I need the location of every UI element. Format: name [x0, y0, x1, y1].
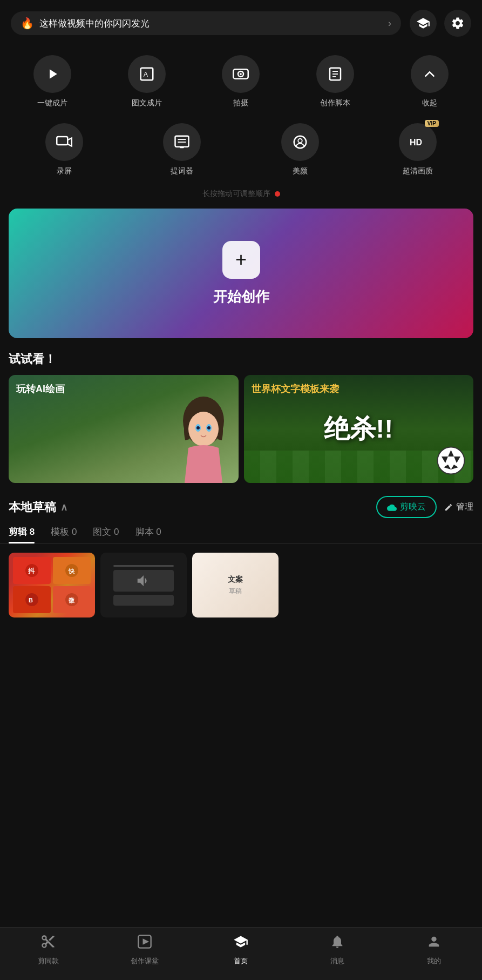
- tool-hd-quality[interactable]: VIP HD 超清画质: [359, 116, 477, 184]
- worldcup-card-bg: 世界杯文字模板来袭 绝杀!!: [244, 375, 474, 483]
- scissors-icon: [40, 934, 56, 953]
- try-cards: 玩转AI绘画 世界: [0, 375, 482, 483]
- bell-icon: [330, 934, 345, 953]
- tool-hd-wrapper: VIP HD: [399, 123, 437, 161]
- svg-point-19: [188, 412, 219, 446]
- draft-tabs: 剪辑 8 模板 0 图文 0 脚本 0: [0, 526, 482, 544]
- tools-row-2: 录屏 提词器: [0, 116, 482, 184]
- try-card-worldcup[interactable]: 世界杯文字模板来袭 绝杀!!: [244, 375, 474, 483]
- drag-hint: 长按拖动可调整顺序: [0, 184, 482, 203]
- tool-beauty-label: 美颜: [293, 166, 308, 176]
- drag-hint-text: 长按拖动可调整顺序: [202, 189, 270, 199]
- create-label: 开始创作: [213, 287, 269, 306]
- nav-item-messages[interactable]: 消息: [289, 934, 386, 969]
- svg-text:HD: HD: [410, 138, 422, 147]
- draft-tab-pictext-label: 图文: [93, 527, 111, 537]
- cloud-btn-label: 剪映云: [400, 501, 426, 513]
- svg-text:A: A: [144, 71, 148, 78]
- svg-rect-13: [180, 147, 185, 149]
- svg-point-15: [298, 139, 302, 143]
- draft-thumb-2[interactable]: [100, 553, 187, 617]
- manage-button[interactable]: 管理: [444, 501, 473, 513]
- tool-one-click[interactable]: 一键成片: [5, 48, 100, 116]
- tool-shoot[interactable]: 拍摄: [194, 48, 288, 116]
- nav-profile-label: 我的: [427, 956, 441, 966]
- draft-tab-clip-label: 剪辑: [9, 527, 27, 537]
- try-card-ai-painting[interactable]: 玩转AI绘画: [9, 375, 239, 483]
- svg-point-22: [196, 426, 200, 429]
- vip-badge: VIP: [425, 120, 439, 127]
- drag-hint-dot: [275, 191, 280, 197]
- play-square-icon: [137, 934, 152, 953]
- manage-btn-label: 管理: [456, 501, 473, 513]
- graduation-icon-btn[interactable]: [410, 10, 437, 37]
- nav-item-clip-style[interactable]: 剪同款: [0, 934, 97, 969]
- tool-teleprompter-icon: [163, 123, 201, 161]
- tool-shoot-icon: [222, 55, 260, 93]
- draft-tab-template-label: 模板: [51, 527, 69, 537]
- svg-rect-9: [57, 137, 67, 145]
- tool-record-screen[interactable]: 录屏: [5, 116, 123, 184]
- top-icons: [410, 10, 471, 37]
- logo-orange: 快: [53, 557, 91, 584]
- ai-painting-label: 玩转AI绘画: [16, 382, 65, 395]
- drafts-chevron-icon[interactable]: ∧: [60, 501, 67, 513]
- banner-arrow: ›: [388, 18, 391, 29]
- drafts-actions: 剪映云 管理: [376, 496, 473, 518]
- draft-thumbnails: 抖 快 B 微 文案 草稿: [0, 544, 482, 626]
- bottom-nav: 剪同款 创作课堂 首页 消息: [0, 927, 482, 980]
- settings-icon-btn[interactable]: [444, 10, 471, 37]
- nav-item-profile[interactable]: 我的: [385, 934, 482, 969]
- drafts-header: 本地草稿 ∧ 剪映云 管理: [0, 483, 482, 526]
- tool-hd-icon: HD: [399, 123, 437, 161]
- tool-record-screen-label: 录屏: [57, 166, 72, 176]
- svg-text:B: B: [29, 597, 33, 603]
- create-banner[interactable]: + 开始创作: [9, 209, 473, 338]
- tool-pic-text[interactable]: A 图文成片: [100, 48, 194, 116]
- cloud-button[interactable]: 剪映云: [376, 496, 437, 518]
- banner-pill[interactable]: 🔥 这样做视频中的你闪闪发光 ›: [11, 11, 401, 35]
- bottom-spacer: [0, 626, 482, 675]
- person-icon: [426, 934, 442, 953]
- svg-text:微: 微: [68, 597, 75, 603]
- nav-clip-style-label: 剪同款: [38, 956, 59, 966]
- tool-pic-text-icon: A: [128, 55, 166, 93]
- draft-tab-template-count: 0: [69, 527, 77, 537]
- tool-one-click-icon: [33, 55, 71, 93]
- worldcup-text: 绝杀!!: [324, 412, 393, 446]
- nav-item-creation-class[interactable]: 创作课堂: [97, 934, 193, 969]
- draft-thumb-3[interactable]: 文案 草稿: [192, 553, 279, 617]
- tool-beauty-wrapper: [281, 123, 319, 161]
- tool-collapse-icon: [411, 55, 449, 93]
- tool-script-icon: [316, 55, 354, 93]
- svg-point-23: [207, 426, 211, 429]
- draft-tab-script-label: 脚本: [135, 527, 154, 537]
- draft-tab-script[interactable]: 脚本 0: [135, 526, 161, 543]
- tool-teleprompter[interactable]: 提词器: [123, 116, 241, 184]
- tool-record-screen-icon: [45, 123, 83, 161]
- draft-tab-clip[interactable]: 剪辑 8: [9, 526, 35, 543]
- draft-thumb-1[interactable]: 抖 快 B 微: [9, 553, 95, 617]
- tool-collapse-label: 收起: [422, 98, 437, 108]
- tools-row-1: 一键成片 A 图文成片 拍摄: [0, 42, 482, 116]
- tool-pic-text-label: 图文成片: [132, 98, 162, 108]
- tool-script[interactable]: 创作脚本: [288, 48, 383, 116]
- svg-point-4: [240, 73, 242, 75]
- drafts-title-text: 本地草稿: [9, 499, 56, 515]
- draft-tab-script-count: 0: [154, 527, 161, 537]
- create-plus-button[interactable]: +: [222, 241, 260, 279]
- svg-text:快: 快: [68, 568, 75, 574]
- tool-hd-label: 超清画质: [403, 166, 433, 176]
- nav-item-home[interactable]: 首页: [193, 934, 289, 969]
- tool-collapse[interactable]: 收起: [382, 48, 477, 116]
- draft-tab-pictext-count: 0: [111, 527, 119, 537]
- tool-beauty[interactable]: 美颜: [241, 116, 359, 184]
- nav-messages-label: 消息: [330, 956, 344, 966]
- tool-teleprompter-label: 提词器: [171, 166, 193, 176]
- tool-teleprompter-wrapper: [163, 123, 201, 161]
- draft-tab-template[interactable]: 模板 0: [51, 526, 77, 543]
- draft-tab-pictext[interactable]: 图文 0: [93, 526, 119, 543]
- worldcup-label: 世界杯文字模板来袭: [252, 382, 339, 395]
- tool-one-click-label: 一键成片: [37, 98, 67, 108]
- logo-orange2: 微: [53, 586, 91, 613]
